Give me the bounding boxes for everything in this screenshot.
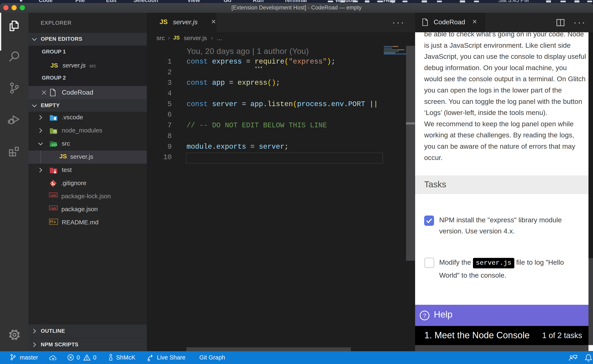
- svg-text:js: js: [54, 131, 56, 133]
- svg-text:npm: npm: [50, 194, 56, 197]
- svg-text:?: ?: [423, 312, 426, 319]
- svg-text:npm: npm: [50, 207, 56, 210]
- svg-text:</>: </>: [52, 143, 57, 147]
